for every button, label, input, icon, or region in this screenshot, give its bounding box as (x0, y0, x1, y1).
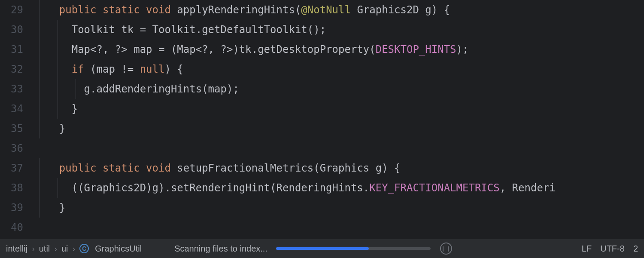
code-token: Toolkit tk = Toolkit. (34, 24, 202, 36)
chevron-right-icon: › (54, 244, 57, 254)
code-token: DESKTOP_HINTS (376, 43, 456, 55)
code-token: ) { (164, 63, 183, 75)
code-line[interactable]: Toolkit tk = Toolkit.getDefaultToolkit()… (31, 20, 644, 40)
code-line[interactable]: g.addRenderingHints(map); (31, 79, 644, 99)
indexing-progress-fill (276, 247, 369, 250)
indent-guide (58, 99, 58, 119)
code-line[interactable]: } (31, 198, 644, 218)
pause-icon: ❙❙ (441, 246, 451, 252)
code-token: public (59, 4, 97, 16)
indexing-progress-bar[interactable] (276, 247, 431, 250)
indent-guide (39, 79, 40, 99)
line-number: 33 (0, 79, 23, 99)
indent-guide (58, 178, 58, 198)
code-line[interactable]: ((Graphics2D)g).setRenderingHint(Renderi… (31, 178, 644, 198)
indent-guide (58, 40, 58, 59)
code-line[interactable]: Map<?, ?> map = (Map<?, ?>)tk.getDesktop… (31, 40, 644, 59)
indent-guide (58, 20, 58, 40)
code-token: Map<?, ?> map = (Map<?, ?>)tk. (34, 43, 258, 55)
code-token: public (59, 162, 97, 174)
code-line[interactable]: public static void setupFractionalMetric… (31, 158, 644, 178)
indent-guide (39, 59, 40, 79)
indent-guide (58, 59, 58, 79)
indent-status[interactable]: 2 (633, 244, 638, 254)
code-token: ( (295, 4, 301, 16)
line-number-gutter: 293031323334353637383940 (0, 0, 31, 239)
breadcrumb-item[interactable]: util (39, 244, 50, 254)
code-token: getDesktopProperty (258, 43, 369, 55)
line-number: 35 (0, 119, 23, 138)
code-token: (Graphics g) { (313, 162, 400, 174)
line-number: 29 (0, 0, 23, 20)
code-token: g. (34, 83, 97, 95)
code-token: addRenderingHints (97, 83, 202, 95)
code-token: Graphics2D g) { (351, 4, 450, 16)
breadcrumb-class-name[interactable]: GraphicsUtil (95, 244, 142, 254)
chevron-right-icon: › (32, 244, 35, 254)
file-encoding-status[interactable]: UTF-8 (600, 244, 625, 254)
code-token: , Renderi (500, 182, 556, 194)
code-area[interactable]: public static void applyRenderingHints(@… (31, 0, 644, 239)
code-token: setupFractionalMetrics (177, 162, 313, 174)
code-token (34, 162, 59, 174)
breadcrumb-item[interactable]: intellij (6, 244, 27, 254)
indent-guide (39, 20, 40, 40)
code-line[interactable]: } (31, 99, 644, 119)
line-number: 34 (0, 99, 23, 119)
code-token (34, 4, 59, 16)
code-token: if (72, 63, 84, 75)
indexing-status-text: Scanning files to index... (174, 244, 267, 254)
code-token: (RenderingHints. (270, 182, 369, 194)
code-line[interactable]: if (map != null) { (31, 59, 644, 79)
code-token: applyRenderingHints (177, 4, 295, 16)
line-number: 40 (0, 218, 23, 237)
code-token: } (34, 103, 78, 115)
indent-guide (39, 99, 40, 119)
line-number: 37 (0, 158, 23, 178)
code-token: static (103, 4, 140, 16)
code-line[interactable]: public static void applyRenderingHints(@… (31, 0, 644, 20)
status-bar: intellij›util›ui›CGraphicsUtil Scanning … (0, 239, 644, 258)
line-number: 30 (0, 20, 23, 40)
indent-guide (58, 79, 58, 99)
code-token: } (34, 202, 65, 214)
breadcrumb[interactable]: intellij›util›ui›CGraphicsUtil (6, 244, 142, 254)
code-token (140, 4, 146, 16)
code-token: static (103, 162, 140, 174)
line-number: 39 (0, 198, 23, 218)
code-token: (map != (84, 63, 140, 75)
code-token: ); (456, 43, 469, 55)
code-token (140, 162, 146, 174)
line-number: 38 (0, 178, 23, 198)
indent-guide (39, 40, 40, 59)
code-line[interactable] (31, 138, 644, 158)
code-token: (); (307, 24, 326, 36)
code-token: void (146, 162, 171, 174)
code-line[interactable]: } (31, 119, 644, 138)
line-number: 32 (0, 59, 23, 79)
line-separator-status[interactable]: LF (582, 244, 592, 254)
code-token: @NotNull (301, 4, 351, 16)
code-editor[interactable]: 293031323334353637383940 public static v… (0, 0, 644, 239)
code-token: } (34, 123, 65, 135)
code-token: KEY_FRACTIONALMETRICS (369, 182, 499, 194)
class-icon: C (79, 244, 89, 253)
indent-guide (39, 158, 40, 178)
line-number: 36 (0, 138, 23, 158)
code-token: ((Graphics2D)g). (34, 182, 171, 194)
indent-guide (39, 178, 40, 198)
code-token: void (146, 4, 171, 16)
line-number: 31 (0, 40, 23, 59)
pause-indexing-button[interactable]: ❙❙ (440, 243, 452, 255)
breadcrumb-item[interactable]: ui (61, 244, 68, 254)
indent-guide (76, 79, 76, 99)
indent-guide (39, 119, 40, 138)
code-token (171, 162, 177, 174)
code-line[interactable] (31, 218, 644, 237)
code-token: ( (369, 43, 375, 55)
code-token: setRenderingHint (171, 182, 270, 194)
chevron-right-icon: › (73, 244, 76, 254)
code-token: getDefaultToolkit (202, 24, 307, 36)
code-token: null (140, 63, 165, 75)
code-token (97, 4, 103, 16)
